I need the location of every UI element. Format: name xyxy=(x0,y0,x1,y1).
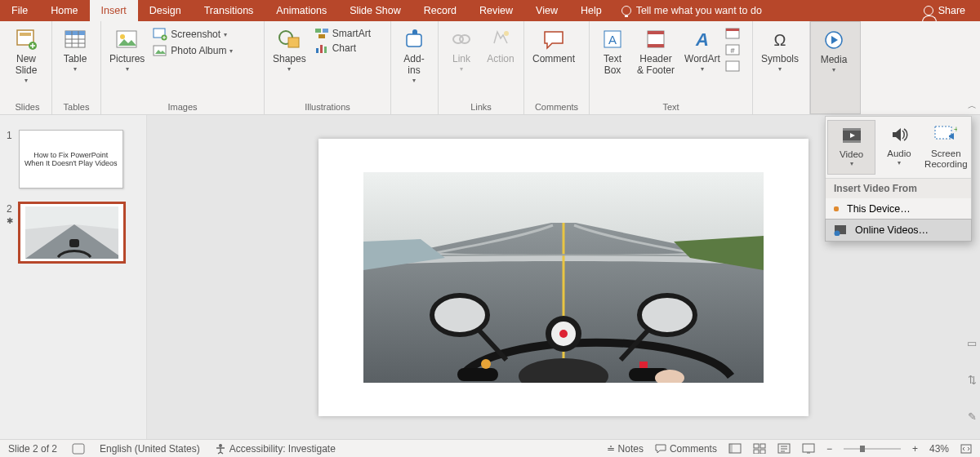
svg-rect-9 xyxy=(154,46,166,55)
group-label-slides: Slides xyxy=(7,102,48,114)
tab-help[interactable]: Help xyxy=(569,0,613,21)
vstrip-icon[interactable]: ▭ xyxy=(967,337,977,349)
slide-thumbnail[interactable] xyxy=(20,203,124,262)
group-label-addins xyxy=(394,112,434,114)
slide-thumbnails-panel: 1 How to Fix PowerPoint When It Doesn't … xyxy=(0,115,147,439)
svg-rect-64 xyxy=(729,444,733,453)
table-label: Table xyxy=(64,54,87,65)
svg-rect-36 xyxy=(843,128,861,131)
smartart-button[interactable]: SmartArt xyxy=(311,26,374,41)
tab-transitions[interactable]: Transitions xyxy=(193,0,265,21)
table-button[interactable]: Table ▾ xyxy=(56,23,95,73)
group-label-tables: Tables xyxy=(56,102,97,114)
svg-rect-61 xyxy=(73,444,84,454)
media-dropdown-header: Insert Video From xyxy=(826,179,971,198)
pictures-label: Pictures xyxy=(109,54,145,65)
svg-rect-45 xyxy=(69,239,79,247)
notes-icon: ≐ xyxy=(607,443,615,455)
share-button[interactable]: Share xyxy=(924,5,965,16)
screenshot-button[interactable]: Screenshot▾ xyxy=(149,26,236,42)
comments-label: Comments xyxy=(670,443,717,455)
svg-rect-14 xyxy=(318,34,325,38)
date-time-icon[interactable] xyxy=(725,28,740,39)
thumb-text: How to Fix PowerPoint When It Doesn't Pl… xyxy=(24,151,118,167)
accessibility-button[interactable]: Accessibility: Investigate xyxy=(215,443,336,455)
screen-recording-icon: + xyxy=(934,123,957,146)
addins-button[interactable]: Add- ins ▾ xyxy=(394,23,434,84)
tell-me[interactable]: Tell me what you want to do xyxy=(621,5,762,16)
vstrip-icon[interactable]: ⇅ xyxy=(968,374,977,386)
status-language[interactable]: English (United States) xyxy=(100,443,200,455)
svg-rect-13 xyxy=(323,29,328,33)
svg-rect-26 xyxy=(648,44,664,47)
media-audio-button[interactable]: Audio▾ xyxy=(875,120,922,175)
media-item-label: This Device… xyxy=(847,203,911,215)
symbols-label: Symbols xyxy=(761,54,799,65)
comment-icon xyxy=(541,26,567,52)
tab-insert[interactable]: Insert xyxy=(90,0,138,21)
fit-window-icon[interactable] xyxy=(960,444,972,454)
photo-album-label: Photo Album xyxy=(171,45,226,56)
object-icon[interactable] xyxy=(725,60,740,72)
comment-button[interactable]: Comment xyxy=(528,23,580,65)
media-screen-recording-button[interactable]: + Screen Recording xyxy=(923,120,969,175)
group-label-media xyxy=(814,111,857,113)
tab-animations[interactable]: Animations xyxy=(265,0,338,21)
collapse-ribbon-icon[interactable]: ︿ xyxy=(968,100,977,112)
slide-thumbnail[interactable]: How to Fix PowerPoint When It Doesn't Pl… xyxy=(19,130,123,189)
svg-rect-16 xyxy=(320,45,323,53)
text-box-label: Text Box xyxy=(604,54,621,77)
spellcheck-icon[interactable] xyxy=(72,443,85,455)
chart-button[interactable]: Chart xyxy=(311,41,374,55)
photo-album-button[interactable]: Photo Album▾ xyxy=(149,42,236,59)
tell-me-label: Tell me what you want to do xyxy=(636,5,762,16)
vstrip-icon[interactable]: ✎ xyxy=(968,410,977,423)
new-slide-button[interactable]: New Slide ▾ xyxy=(7,23,46,84)
photo-album-icon xyxy=(153,44,167,57)
svg-rect-18 xyxy=(407,34,421,47)
thumb-number: 1 xyxy=(7,130,12,141)
pictures-button[interactable]: Pictures ▾ xyxy=(105,23,149,73)
symbols-button[interactable]: Ω Symbols ▾ xyxy=(756,23,804,73)
action-icon xyxy=(488,26,514,52)
view-sorter-icon[interactable] xyxy=(753,443,766,454)
slide-number-icon[interactable]: # xyxy=(725,44,740,55)
tab-view[interactable]: View xyxy=(524,0,569,21)
tab-review[interactable]: Review xyxy=(468,0,524,21)
group-label-symbols xyxy=(756,112,806,114)
tab-design[interactable]: Design xyxy=(138,0,193,21)
media-button[interactable]: Media ▾ xyxy=(814,24,853,73)
tab-slide-show[interactable]: Slide Show xyxy=(338,0,412,21)
header-footer-button[interactable]: Header & Footer xyxy=(632,23,679,77)
table-icon xyxy=(62,26,88,52)
slide-image[interactable] xyxy=(363,172,764,383)
media-dropdown: Video▾ Audio▾ + Screen Recording Insert … xyxy=(825,116,972,242)
svg-rect-15 xyxy=(316,48,318,53)
comments-button[interactable]: Comments xyxy=(655,443,717,455)
zoom-in-button[interactable]: + xyxy=(912,443,918,455)
new-slide-label: New Slide xyxy=(16,54,38,77)
slide-canvas[interactable] xyxy=(318,139,808,416)
view-slideshow-icon[interactable] xyxy=(802,443,815,454)
thumb-number: 2 xyxy=(7,203,13,215)
shapes-button[interactable]: Shapes ▾ xyxy=(268,23,311,73)
media-item-this-device[interactable]: This Device… xyxy=(826,198,971,220)
bullet-icon xyxy=(834,206,839,211)
share-label: Share xyxy=(938,5,965,16)
view-normal-icon[interactable] xyxy=(728,443,742,454)
tab-file[interactable]: File xyxy=(0,0,39,21)
comment-label: Comment xyxy=(532,54,575,65)
wordart-button[interactable]: A WordArt ▾ xyxy=(679,23,725,73)
media-video-button[interactable]: Video▾ xyxy=(827,120,875,175)
tab-home[interactable]: Home xyxy=(39,0,89,21)
tab-record[interactable]: Record xyxy=(412,0,468,21)
svg-rect-65 xyxy=(754,444,759,448)
notes-button[interactable]: ≐ Notes xyxy=(607,443,644,455)
view-reading-icon[interactable] xyxy=(777,443,791,454)
media-item-online-videos[interactable]: Online Videos… xyxy=(825,219,972,242)
zoom-slider[interactable] xyxy=(844,445,901,453)
zoom-out-button[interactable]: − xyxy=(826,443,832,455)
media-item-label: Online Videos… xyxy=(855,224,929,236)
zoom-value[interactable]: 43% xyxy=(929,443,949,455)
text-box-button[interactable]: A Text Box xyxy=(593,23,632,77)
